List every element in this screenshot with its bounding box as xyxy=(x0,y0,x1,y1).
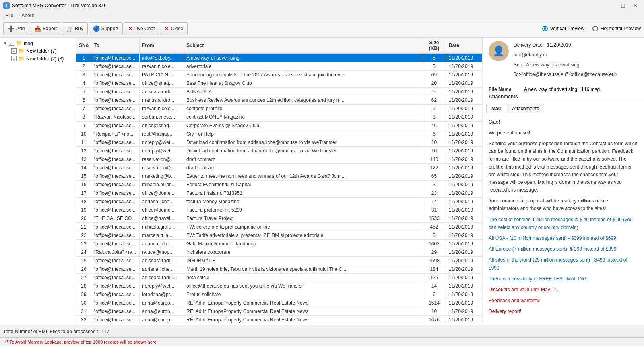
table-cell: 11/20/2019 xyxy=(446,105,483,113)
menu-file[interactable]: File xyxy=(2,12,17,19)
preview-content: Ciao!We present oneselfSending your busi… xyxy=(483,113,644,325)
table-row[interactable]: 32"office@thecause...anna@europ...RE: Ad… xyxy=(76,316,483,324)
table-cell: draft contract xyxy=(184,155,422,164)
header-sno[interactable]: SNo xyxy=(76,38,91,54)
table-row[interactable]: 8"Razvan Nicolesc...serban.enesc...contr… xyxy=(76,113,483,122)
file-name-row: File Name A new way of advertising _116.… xyxy=(489,86,638,92)
table-row[interactable]: 27"office@thecause...anisoara.radu...not… xyxy=(76,274,483,282)
tree-item-1[interactable]: ✓ 📁 New folder (2) (3) xyxy=(8,55,74,62)
table-cell: 11/20/2019 xyxy=(446,290,483,299)
header-size[interactable]: Size(KB) xyxy=(422,38,446,54)
table-cell: 29 xyxy=(76,290,91,299)
table-row[interactable]: 31"office@thecause...anna@europ...RE: Ad… xyxy=(76,307,483,316)
table-cell: 11/20/2019 xyxy=(446,54,483,62)
table-row[interactable]: 3"office@thecause...PATRICIA N...Announc… xyxy=(76,71,483,79)
table-row[interactable]: 26"office@thecause...adriana.liche...Mar… xyxy=(76,265,483,274)
table-row[interactable]: 25"office@thecause...anisoara.radu...INF… xyxy=(76,257,483,265)
table-row[interactable]: 19"office@thecause...office@dome...Factu… xyxy=(76,206,483,214)
email-table-wrapper[interactable]: SNo To From Subject Size(KB) Date 1"offi… xyxy=(76,38,483,325)
table-row[interactable]: 5"office@thecause...anisoara.radu...BUNA… xyxy=(76,88,483,96)
header-to[interactable]: To xyxy=(91,38,140,54)
root-label: msg xyxy=(24,41,33,46)
table-cell: Editura Evenimentul si Capital xyxy=(184,181,422,189)
table-row[interactable]: 1"office@thecause...info@ekbaby...A new … xyxy=(76,54,483,62)
horizontal-radio[interactable] xyxy=(592,26,598,31)
table-row[interactable]: 10"Recipients" <not...root@hakiap...Cry … xyxy=(76,130,483,138)
buy-button[interactable]: 🛒 Buy xyxy=(62,22,88,35)
checkbox-1[interactable]: ✓ xyxy=(11,56,17,61)
header-from[interactable]: From xyxy=(140,38,184,54)
table-cell: office@thecause.eu has sent you a file v… xyxy=(184,282,422,290)
table-cell: 1602 xyxy=(422,240,446,248)
close-window-button[interactable]: ✕ xyxy=(630,1,641,10)
table-cell: office@dome... xyxy=(140,206,184,214)
add-button[interactable]: ➕ Add xyxy=(3,22,29,35)
table-cell: 11/20/2019 xyxy=(446,299,483,307)
menu-about[interactable]: About xyxy=(17,12,38,19)
table-cell: draft contract xyxy=(184,164,422,172)
table-row[interactable]: 11"office@thecause...noreply@wet...Downl… xyxy=(76,138,483,147)
table-row[interactable]: 22"office@thecause...marcela.tula...FW: … xyxy=(76,231,483,240)
table-row[interactable]: 30"office@thecause...anna@europ...RE: Ad… xyxy=(76,299,483,307)
warning-bar: *** To Avoid Memory Leakage, preview of … xyxy=(0,337,644,346)
buy-icon: 🛒 xyxy=(66,25,73,32)
table-cell: 46 xyxy=(422,122,446,130)
table-row[interactable]: 24"Raluca Joita" <ra...raluca@mop...Inch… xyxy=(76,248,483,257)
table-cell: "office@thecause... xyxy=(91,316,140,324)
table-row[interactable]: 29"office@thecause...loredana@pr...Pretu… xyxy=(76,290,483,299)
table-row[interactable]: 6"office@thecause...marius.andro...Busin… xyxy=(76,96,483,105)
table-row[interactable]: 4"office@thecause...office@snag...Beat T… xyxy=(76,79,483,88)
table-cell: 11/20/2019 xyxy=(446,155,483,164)
table-cell: 30 xyxy=(76,299,91,307)
tree-item-0[interactable]: ✓ 📁 New folder (7) xyxy=(8,47,74,55)
table-cell: 22 xyxy=(76,231,91,240)
table-row[interactable]: 15"office@thecause...marketing@b...Eager… xyxy=(76,172,483,181)
table-row[interactable]: 13"office@thecause...reservation@...draf… xyxy=(76,155,483,164)
table-row[interactable]: 9"office@thecause...office@snag...Corpor… xyxy=(76,122,483,130)
table-cell: razvan.nicole... xyxy=(140,62,184,71)
support-button[interactable]: 🔵 Support xyxy=(89,22,123,35)
table-row[interactable]: 17"office@thecause...office@dome...Factu… xyxy=(76,189,483,198)
table-row[interactable]: 28"office@thecause...noreply@wet...offic… xyxy=(76,282,483,290)
table-row[interactable]: 20"THE CAUSE CO...office@travel...Factur… xyxy=(76,214,483,223)
table-cell: 10 xyxy=(422,138,446,147)
preview-paragraph: Your commercial proposal will be read by… xyxy=(489,197,638,212)
table-cell: "THE CAUSE CO... xyxy=(91,214,140,223)
header-subject[interactable]: Subject xyxy=(184,38,422,54)
maximize-button[interactable]: □ xyxy=(617,1,629,10)
support-label: Support xyxy=(101,26,118,31)
table-row[interactable]: 2"office@thecause...razvan.nicole...adve… xyxy=(76,62,483,71)
preview-to: To:-"office@thecause.eu" <office@thecaus… xyxy=(514,70,617,78)
table-cell: 3 xyxy=(76,71,91,79)
header-date[interactable]: Date xyxy=(446,38,483,54)
export-button[interactable]: 📤 Export xyxy=(30,22,61,35)
tab-mail[interactable]: Mail xyxy=(486,104,506,113)
minimize-button[interactable]: ─ xyxy=(605,1,617,10)
table-cell: "office@thecause... xyxy=(91,265,140,274)
live-chat-button[interactable]: ✕ Live Chat xyxy=(124,22,159,35)
vertical-radio[interactable] xyxy=(542,26,548,31)
table-cell: Eager to meet the nominees and winners o… xyxy=(184,172,422,181)
table-row[interactable]: 16"office@thecause...mihaela.milan...Edi… xyxy=(76,181,483,189)
vertical-preview-option[interactable]: Vertical Preview xyxy=(542,26,584,31)
table-cell: 6 xyxy=(76,96,91,105)
table-row[interactable]: 21"office@thecause...mihaela.grafu...FW:… xyxy=(76,223,483,231)
table-row[interactable]: 7"office@thecause...razvan.nicole...cont… xyxy=(76,105,483,113)
table-cell: 11/20/2019 xyxy=(446,147,483,155)
horizontal-preview-option[interactable]: Horizontal Preview xyxy=(592,26,641,31)
table-cell: 11 xyxy=(76,138,91,147)
table-row[interactable]: 12"office@thecause...noreply@wet...Downl… xyxy=(76,147,483,155)
email-table: SNo To From Subject Size(KB) Date 1"offi… xyxy=(76,38,483,324)
tree-root[interactable]: ▼ ✓ 📁 msg xyxy=(2,39,74,47)
tab-attachments[interactable]: Attachments xyxy=(507,104,544,113)
checkbox-0[interactable]: ✓ xyxy=(11,48,17,54)
table-row[interactable]: 18"office@thecause...adriana.liche...fac… xyxy=(76,198,483,206)
table-cell: A new way of advertising. xyxy=(184,54,422,62)
table-cell: marius.andro... xyxy=(140,96,184,105)
table-row[interactable]: 14"office@thecause...reservation@...draf… xyxy=(76,164,483,172)
table-cell: "office@thecause... xyxy=(91,54,140,62)
close-button[interactable]: ✕ Close xyxy=(160,22,188,35)
table-row[interactable]: 23"office@thecause...adriana.liche...Gal… xyxy=(76,240,483,248)
root-checkbox[interactable]: ✓ xyxy=(9,41,14,46)
table-cell: "office@thecause... xyxy=(91,299,140,307)
